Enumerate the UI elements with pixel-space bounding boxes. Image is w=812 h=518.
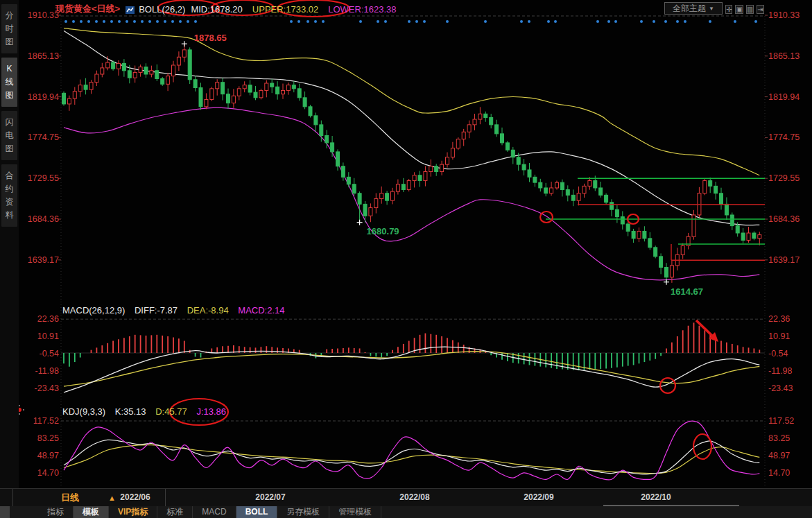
kdj-k-line bbox=[64, 440, 759, 474]
axis-tick-label: 1865.13 bbox=[28, 51, 59, 61]
red-circle-annotation bbox=[693, 434, 711, 459]
boll-indicator-label: BOLL(26,2) bbox=[139, 4, 185, 15]
axis-tick-label: 1819.94 bbox=[768, 92, 800, 102]
x-axis-label: 2022/08 bbox=[399, 492, 429, 502]
sidebar-item-0[interactable]: 分 时 图 bbox=[1, 4, 17, 53]
chevron-down-icon: ▼ bbox=[709, 6, 714, 12]
candlestick-layer bbox=[62, 44, 761, 283]
tab-5[interactable]: BOLL bbox=[236, 506, 278, 518]
boll-upper-value: UPPER:1733.02 bbox=[252, 4, 318, 15]
axis-tick-label: 1684.36 bbox=[768, 214, 800, 224]
tab-1[interactable]: 模板 bbox=[74, 506, 109, 518]
axis-row-divider bbox=[165, 489, 166, 506]
x-axis-label: 2022/06 bbox=[120, 492, 150, 502]
axis-tick-label: 48.97 bbox=[768, 451, 790, 460]
macd-layer bbox=[61, 322, 765, 370]
tab-6[interactable]: 另存模板 bbox=[277, 506, 329, 518]
period-selector-button[interactable]: 日线▲ bbox=[61, 492, 116, 504]
kdj-panel-header: KDJ(9,3,3) K:35.13 D:45.77 J:13.86 bbox=[62, 406, 233, 417]
axis-tick-label: 1684.36 bbox=[28, 214, 59, 224]
tab-3[interactable]: 标准 bbox=[157, 506, 193, 518]
triangle-up-icon: ▲ bbox=[108, 494, 116, 502]
fit-chart-icon[interactable]: ▣ bbox=[735, 5, 743, 14]
macd-panel-header: MACD(26,12,9) DIFF:-7.87 DEA:-8.94 MACD:… bbox=[62, 305, 292, 316]
axis-tick-label: 10.91 bbox=[37, 331, 59, 341]
annotation-layer: 1878.651680.791614.67 bbox=[158, 0, 765, 459]
tab-2[interactable]: VIP指标 bbox=[109, 506, 157, 518]
axis-tick-label: 117.52 bbox=[33, 416, 59, 426]
chart-canvas[interactable]: 1910.331910.331865.131865.131819.941819.… bbox=[0, 0, 812, 518]
kdj-k-value: K:35.13 bbox=[115, 406, 146, 417]
chart-type-sidebar: 分 时 图K 线 图闪 电 图合 约 资 料 bbox=[0, 0, 19, 489]
kdj-d-value: D:45.77 bbox=[155, 406, 187, 417]
crosshair-icon[interactable]: ✛ bbox=[725, 5, 732, 14]
boll-upper-line bbox=[64, 28, 759, 175]
sidebar-item-2[interactable]: 闪 电 图 bbox=[1, 111, 17, 160]
macd-title: MACD(26,12,9) bbox=[62, 305, 125, 316]
axis-tick-label: 48.97 bbox=[37, 451, 59, 460]
axis-tick-label: 1729.55 bbox=[768, 173, 800, 183]
axis-tick-label: 117.52 bbox=[768, 416, 794, 426]
theme-dropdown[interactable]: 全部主题 ▼ bbox=[664, 2, 723, 15]
price-annotation: 1878.65 bbox=[194, 33, 227, 43]
axis-tick-label: 1774.75 bbox=[28, 132, 59, 142]
axis-tick-label: -11.98 bbox=[768, 366, 793, 376]
bottom-tab-bar: 指标模板VIP指标标准MACDBOLL另存模板管理模板 bbox=[0, 506, 812, 518]
x-axis-label: 2022/09 bbox=[524, 492, 553, 502]
axis-tick-label: 14.70 bbox=[768, 468, 790, 478]
boll-mid-line bbox=[64, 31, 759, 225]
x-axis-label: 2022/07 bbox=[255, 492, 285, 502]
kdj-title: KDJ(9,3,3) bbox=[62, 406, 105, 417]
axis-tick-label: 14.70 bbox=[37, 468, 59, 478]
axis-tick-label: 22.36 bbox=[768, 314, 790, 324]
period-label: 日线 bbox=[61, 492, 79, 503]
axis-tick-label: -0.54 bbox=[40, 349, 60, 359]
tab-bar-corner bbox=[0, 506, 10, 518]
tab-7[interactable]: 管理模板 bbox=[329, 506, 381, 518]
axis-tick-label: -23.43 bbox=[768, 383, 793, 393]
axis-tick-label: 1729.55 bbox=[28, 173, 59, 183]
axis-row-divider bbox=[12, 489, 13, 506]
sidebar-item-3[interactable]: 合 约 资 料 bbox=[1, 164, 17, 227]
top-right-controls: 全部主题 ▼ ✛▣▥⇥ bbox=[664, 2, 764, 15]
axis-tick-label: 1639.17 bbox=[768, 255, 800, 265]
x-axis-label: 2022/10 bbox=[641, 492, 671, 502]
trading-app-window: 分 时 图K 线 图闪 电 图合 约 资 料 现货黄金<日线> BOLL(26,… bbox=[0, 0, 812, 518]
axis-tick-label: 1639.17 bbox=[28, 255, 59, 265]
symbol-title: 现货黄金<日线> bbox=[55, 3, 120, 15]
kdj-j-line bbox=[64, 421, 759, 480]
axis-tick-label: -23.43 bbox=[35, 383, 59, 393]
axis-tick-label: 10.91 bbox=[768, 331, 790, 341]
boll-lower-value: LOWER:1623.38 bbox=[328, 4, 396, 15]
tab-4[interactable]: MACD bbox=[193, 506, 236, 518]
axis-tick-label: 1774.75 bbox=[768, 132, 800, 142]
macd-macd-value: MACD:2.14 bbox=[238, 305, 284, 316]
theme-dropdown-label: 全部主题 bbox=[673, 3, 706, 15]
kdj-j-value: J:13.86 bbox=[196, 406, 226, 417]
price-annotation: 1614.67 bbox=[671, 286, 703, 297]
axis-tick-label: 1819.94 bbox=[28, 92, 59, 102]
macd-dea-value: DEA:-8.94 bbox=[187, 305, 229, 316]
axis-tick-label: -0.54 bbox=[768, 349, 788, 359]
event-dots-layer bbox=[64, 20, 757, 23]
axis-tick-label: 22.36 bbox=[37, 314, 59, 324]
axis-tick-label: 83.25 bbox=[37, 433, 59, 443]
red-circle-annotation bbox=[540, 211, 553, 223]
axis-scale-icon[interactable]: ▥ bbox=[746, 5, 754, 14]
sidebar-item-1[interactable]: K 线 图 bbox=[1, 58, 17, 107]
price-annotation: 1680.79 bbox=[367, 226, 399, 236]
axis-tick-label: -11.98 bbox=[35, 366, 59, 376]
boll-mid-value: MID:1678.20 bbox=[191, 4, 242, 15]
macd-diff-value: DIFF:-7.87 bbox=[135, 305, 178, 316]
axis-tick-label: 1865.13 bbox=[768, 51, 800, 61]
time-axis-row: 日线▲ 2022/062022/072022/082022/092022/10 bbox=[0, 488, 812, 508]
tab-0[interactable]: 指标 bbox=[38, 506, 74, 518]
axis-tick-label: 83.25 bbox=[768, 433, 790, 443]
chart-type-icon bbox=[126, 5, 135, 14]
collapse-panel-icon[interactable]: ⇥ bbox=[757, 5, 763, 14]
